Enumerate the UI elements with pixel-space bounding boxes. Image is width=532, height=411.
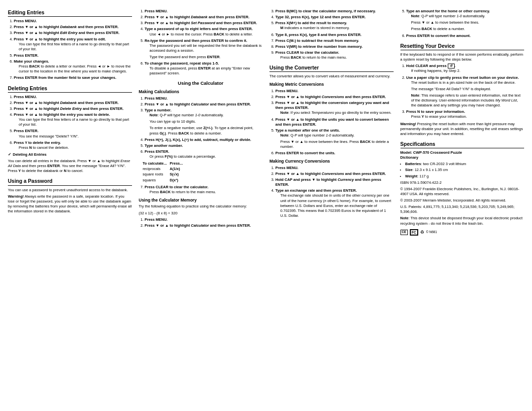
step: Press ENTER to convert the amount.	[406, 34, 525, 38]
column-2: Press MENU. Press ▼ or ▲ to highlight Da…	[139, 9, 263, 236]
step: Use a paper clip to gently press the res…	[406, 75, 525, 108]
step: Press H(+), J(-), K(x), L(÷) to add, sub…	[145, 137, 263, 142]
deleting-entries-steps: Press MENU. Press ▼ or ▲ to highlight Da…	[8, 95, 132, 150]
step: Press MENU.	[145, 96, 263, 101]
step: Press ▼ or ▲ to highlight Conversions an…	[275, 95, 394, 100]
step-note: To disable a password, press ENTER at an…	[145, 66, 263, 76]
delete-all-text: You can delete all entries in the databa…	[8, 159, 132, 173]
step-note: You see the message "Delete? Y/N".	[14, 134, 132, 139]
table-row: squares D(x²)	[143, 178, 186, 183]
n681-label: © N681	[426, 230, 437, 235]
step-note: Press Y to erase your information.	[406, 114, 525, 119]
making-currency-title: Making Currency Conversions	[269, 159, 394, 164]
spec-size: Size: 12.3 x 9.1 x 1.35 cm	[405, 168, 525, 172]
step: Type 32, press K(x), type 12 and then pr…	[275, 15, 394, 20]
step: Press CLEAR to clear the calculator. Pre…	[275, 50, 394, 60]
cell: A(1/x)	[170, 167, 186, 172]
step-note3: Press BACK to delete a number.	[406, 27, 525, 32]
resetting-steps: Hold CLEAR and press ↺. If nothing happe…	[400, 64, 525, 120]
step-note: Note: Q-P will type number 1-0 automatic…	[275, 133, 394, 138]
step-note2: Press ▼ or ▲ to move between the lines. …	[275, 139, 394, 149]
col-header: To calculate...	[143, 161, 170, 167]
cell: S(√x)	[170, 172, 186, 177]
table-header: To calculate... Press...	[143, 161, 186, 167]
calculator-memory-title: Using the Calculator Memory	[139, 198, 263, 203]
password-intro: You can use a password to prevent unauth…	[8, 188, 132, 193]
step: Type a number after one of the units. No…	[275, 128, 394, 150]
cell: square roots	[143, 172, 170, 177]
step-note: If nothing happens, try Step 2.	[406, 68, 525, 73]
currency-steps: Press MENU. Press ▼ or ▲ to highlight Co…	[269, 166, 394, 218]
step: Make your changes. Press BACK to delete …	[14, 59, 132, 74]
step: Press N to save your information. Press …	[406, 109, 525, 119]
delete-all-title: Deleting All Entries	[13, 152, 47, 157]
step-note: Press BACK to return to the main menu.	[275, 55, 394, 60]
step-note: M indicates a number is stored in memory…	[275, 26, 394, 31]
step: Press ENTER.	[14, 53, 132, 58]
step: Type 8, press K(x), type 8 and then pres…	[275, 33, 394, 37]
password-warning: Warning! Always write the password in a …	[8, 194, 132, 214]
specifications-title: Specifications	[400, 140, 525, 148]
recycle-icon: ♻	[420, 229, 424, 235]
model-info: Model: CWP-570 Crossword PuzzleDictionar…	[400, 150, 525, 160]
step-note: Note: Q-P will type number 1-0 automatic…	[406, 14, 525, 19]
calc-steps-continued: Press CLEAR to clear the calculator. Pre…	[139, 185, 263, 195]
step: Press ▼ or ▲ to highlight the entry you …	[14, 37, 132, 52]
step: Press ENTER. Or press F(%) to calculate …	[145, 149, 263, 159]
step-note2: Type the password and then press ENTER.	[145, 55, 263, 60]
step: Press ENTER. You see the message "Delete…	[14, 129, 132, 138]
memory-steps-continued: Press B(MC) to clear the calculator memo…	[269, 9, 394, 60]
step: Press MENU.	[14, 19, 132, 24]
step: Type a password of up to eight letters a…	[145, 27, 263, 36]
spec-batteries: Batteries: two CR-2032 3 volt lithium	[405, 162, 525, 167]
deleting-entries-title: Deleting Entries	[8, 85, 132, 93]
currency-steps-continued: Type an amount for the home or other cur…	[400, 9, 525, 38]
step: Press ▼ or ▲ to highlight Set Password a…	[145, 21, 263, 26]
model-type: Dictionary	[400, 155, 419, 160]
clear-button-icon: ↺	[448, 64, 455, 68]
step-note2: You can type up to 10 digits.	[145, 119, 263, 124]
step: Press ▼ or ▲ to highlight the entry you …	[14, 112, 132, 127]
using-password-title: Using a Password	[8, 177, 132, 185]
step: Press ▼ or ▲ to highlight Calculator and…	[145, 102, 263, 107]
cell: squares	[143, 178, 170, 183]
step: Hold CLEAR and press ↺. If nothing happe…	[406, 64, 525, 74]
delete-all-section: ✓ Deleting All Entries	[8, 152, 132, 157]
step: Press ▼ or ▲ to highlight the conversion…	[275, 101, 394, 115]
step: Press MENU.	[275, 89, 394, 94]
metric-steps: Press MENU. Press ▼ or ▲ to highlight Co…	[269, 89, 394, 156]
logo-row: CE FC ♻ © N681	[400, 229, 525, 236]
copyright1: © 1994-2007 Franklin Electronic Publishe…	[400, 187, 525, 197]
step: Press ▼ or ▲ to highlight Databank and t…	[14, 101, 132, 105]
step: Re-type the password and then press ENTE…	[145, 38, 263, 60]
step-note: Press BACK to return to the main menu.	[145, 190, 263, 195]
table-row: square roots S(√x)	[143, 172, 186, 177]
step: Press ▼ or ▲ to highlight Delete Entry a…	[14, 106, 132, 111]
step: Type a number. Note: Q-P will type numbe…	[145, 108, 263, 136]
resetting-warning: Warning! Pressing the reset button with …	[400, 122, 525, 137]
copyright2: © 2003-2007 Merriam-Webster, Incorporate…	[400, 198, 525, 203]
main-page: Editing Entries Press MENU. Press ▼ or ▲…	[8, 9, 524, 236]
step-note: The reset button is in a pin-sized hole …	[406, 80, 525, 85]
making-calculations-steps: Press MENU. Press ▼ or ▲ to highlight Ca…	[139, 96, 263, 159]
step: Press Y to delete the entry. Press N to …	[14, 140, 132, 150]
step-note3: To enter a negative number, use Z(+/-). …	[145, 126, 263, 136]
step-note: The exchange rate should be in units of …	[275, 193, 394, 218]
check-mark: ✓	[8, 152, 11, 157]
step-note: Use ◄ or ► to move the cursor. Press BAC…	[145, 32, 263, 37]
memory-equation: (32 x 12) - (8 x 8) = 320	[139, 211, 263, 216]
step-note: The password you set will be requested t…	[145, 43, 263, 53]
password-steps: Press MENU. Press ▼ or ▲ to highlight Da…	[139, 9, 263, 76]
model-label: Model: CWP-570 Crossword Puzzle	[400, 150, 462, 155]
ce-mark: CE	[400, 230, 408, 235]
memory-intro: Try the following equation to practice u…	[139, 204, 263, 209]
memory-steps: Press MENU. Press ▼ or ▲ to highlight Ca…	[139, 217, 263, 228]
step: Press B(MC) to clear the calculator memo…	[275, 9, 394, 14]
step-note: Note: Q-P will type number 1-0 automatic…	[145, 113, 263, 118]
step: To change the password, repeat steps 1-5…	[145, 61, 263, 76]
step-note2: Press ▼ or ▲ to move between the lines.	[406, 20, 525, 25]
step: Press MENU.	[275, 166, 394, 171]
making-metric-title: Making Metric Conversions	[269, 82, 394, 87]
making-calculations-title: Making Calculations	[139, 89, 263, 95]
step-note: Or press F(%) to calculate a percentage.	[145, 154, 263, 159]
